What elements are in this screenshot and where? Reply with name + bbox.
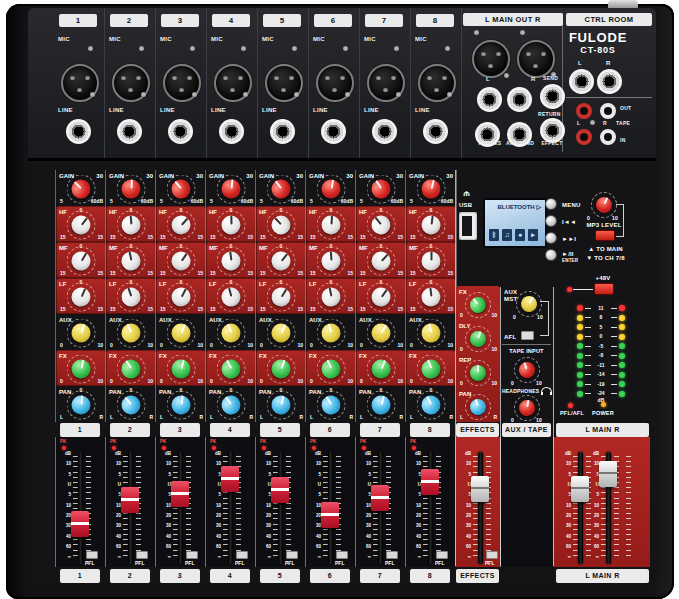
ch3-fx-knob[interactable] xyxy=(167,355,196,384)
ch3-fader-pfl-button[interactable] xyxy=(186,551,198,559)
ch7-fx-knob[interactable] xyxy=(367,355,396,384)
ch5-fader-pfl-button[interactable] xyxy=(286,551,298,559)
ch8-hf-knob[interactable] xyxy=(417,211,446,240)
ch1-hf-knob[interactable] xyxy=(67,211,96,240)
effects-fx-knob[interactable] xyxy=(465,292,491,318)
ch7-lf-knob[interactable] xyxy=(367,283,396,312)
ch5-aux-knob[interactable] xyxy=(267,319,296,348)
ch1-fx-knob[interactable] xyxy=(67,355,96,384)
ch4-aux-knob[interactable] xyxy=(217,319,246,348)
effects-fader[interactable] xyxy=(471,476,489,502)
knob-scale: 0 xyxy=(460,347,463,352)
ch8-mf-knob[interactable] xyxy=(417,247,446,276)
ch4-pan-knob[interactable] xyxy=(217,391,246,420)
ch8-aux-knob[interactable] xyxy=(417,319,446,348)
main-r-fader[interactable] xyxy=(599,461,617,487)
pfl-label: PFL xyxy=(235,561,244,566)
fader-label-ch6: 6 xyxy=(310,423,350,437)
ch1-mf-knob[interactable] xyxy=(67,247,96,276)
ch6-fader-pfl-button[interactable] xyxy=(336,551,348,559)
effects-dly-knob[interactable] xyxy=(465,326,491,352)
effects-fader-pfl-button[interactable] xyxy=(486,551,498,559)
ch5-mf-knob[interactable] xyxy=(267,247,296,276)
ch5-pan-knob[interactable] xyxy=(267,391,296,420)
play-enter-button[interactable] xyxy=(545,249,557,261)
line-jack xyxy=(168,119,193,144)
channel-number: 3 xyxy=(161,14,199,27)
meter-led xyxy=(619,381,625,387)
phantom-switch[interactable] xyxy=(594,283,614,295)
ch5-fader[interactable] xyxy=(271,477,289,503)
ctrl-left-label: L xyxy=(578,60,582,66)
fader-ticks xyxy=(286,456,291,560)
ch3-pan-knob[interactable] xyxy=(167,391,196,420)
ch1-mf: MF0 15 15 xyxy=(56,242,106,278)
ch3-fader[interactable] xyxy=(171,481,189,507)
ch7-mf-knob[interactable] xyxy=(367,247,396,276)
ch4-lf-knob[interactable] xyxy=(217,283,246,312)
ch2-lf-knob[interactable] xyxy=(117,283,146,312)
meter-row: -8 xyxy=(561,353,641,359)
afl-button[interactable] xyxy=(521,331,534,340)
to-main-switch[interactable] xyxy=(595,230,615,241)
line-jack xyxy=(372,119,397,144)
ch7-fader[interactable] xyxy=(371,485,389,511)
fader-label-ch4-bottom: 4 xyxy=(210,569,250,583)
ch1-pan-knob[interactable] xyxy=(67,391,96,420)
knob-scale: R xyxy=(299,415,303,420)
ch6-hf-knob[interactable] xyxy=(317,211,346,240)
usb-port[interactable] xyxy=(459,212,477,240)
ch2-fx-knob[interactable] xyxy=(117,355,146,384)
ch1-aux-knob[interactable] xyxy=(67,319,96,348)
ch6-fx-knob[interactable] xyxy=(317,355,346,384)
line-label: LINE xyxy=(313,107,328,113)
ch5-fx-knob[interactable] xyxy=(267,355,296,384)
ch8-fader-pfl-button[interactable] xyxy=(436,551,448,559)
ch6-aux-knob[interactable] xyxy=(317,319,346,348)
ch4-fader[interactable] xyxy=(221,466,239,492)
ch3-lf-knob[interactable] xyxy=(167,283,196,312)
menu-button[interactable] xyxy=(545,198,557,210)
ch2-aux-knob[interactable] xyxy=(117,319,146,348)
knob-scale: L xyxy=(60,415,63,420)
ch6-pan-knob[interactable] xyxy=(317,391,346,420)
ch8-fader[interactable] xyxy=(421,469,439,495)
ch2-fader-pfl-button[interactable] xyxy=(136,551,148,559)
divider xyxy=(502,344,551,345)
ch3-aux-knob[interactable] xyxy=(167,319,196,348)
divider xyxy=(566,97,652,98)
ch7-aux-knob[interactable] xyxy=(367,319,396,348)
ch3-mf-knob[interactable] xyxy=(167,247,196,276)
ch2-pan-knob[interactable] xyxy=(117,391,146,420)
ch4-mf-knob[interactable] xyxy=(217,247,246,276)
effects-pan-knob[interactable] xyxy=(465,394,491,420)
ch1-lf-knob[interactable] xyxy=(67,283,96,312)
ch6-fader[interactable] xyxy=(321,502,339,528)
prev-button[interactable] xyxy=(545,215,557,227)
fader-ticks xyxy=(186,456,191,560)
next-button[interactable] xyxy=(545,232,557,244)
ch6-lf-knob[interactable] xyxy=(317,283,346,312)
ch2-hf-knob[interactable] xyxy=(117,211,146,240)
ch1-fader-pfl-button[interactable] xyxy=(86,551,98,559)
ch4-hf-knob[interactable] xyxy=(217,211,246,240)
ch7-pan-knob[interactable] xyxy=(367,391,396,420)
ch8-fx-knob[interactable] xyxy=(417,355,446,384)
ch8-pan-knob[interactable] xyxy=(417,391,446,420)
knob-label: MF xyxy=(209,245,218,251)
meter-led xyxy=(577,391,583,397)
ch3-hf-knob[interactable] xyxy=(167,211,196,240)
ch1-fader[interactable] xyxy=(71,511,89,537)
ch5-lf-knob[interactable] xyxy=(267,283,296,312)
ch7-hf-knob[interactable] xyxy=(367,211,396,240)
ch2-fader[interactable] xyxy=(121,487,139,513)
ch4-fx-knob[interactable] xyxy=(217,355,246,384)
effects-rep-knob[interactable] xyxy=(465,360,491,386)
ch7-fader-pfl-button[interactable] xyxy=(386,551,398,559)
ch2-mf-knob[interactable] xyxy=(117,247,146,276)
ch5-hf-knob[interactable] xyxy=(267,211,296,240)
ch4-fader-pfl-button[interactable] xyxy=(236,551,248,559)
ch8-lf-knob[interactable] xyxy=(417,283,446,312)
ch6-mf-knob[interactable] xyxy=(317,247,346,276)
to-ch-label: ▼ TO CH 7/8 xyxy=(583,255,628,261)
